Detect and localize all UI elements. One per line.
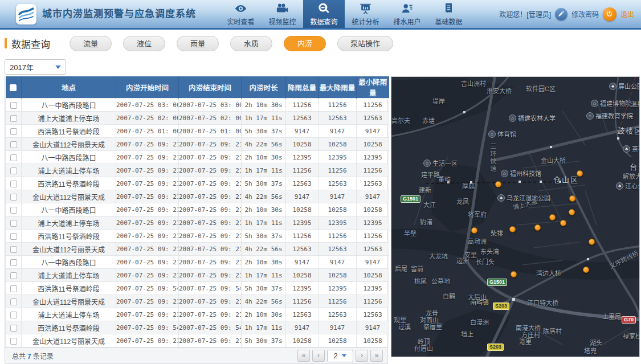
edit-password-icon[interactable] (555, 8, 567, 21)
cell-value: 10258 (357, 203, 389, 216)
next-page-button[interactable]: › (356, 350, 368, 362)
chevron-down-icon (55, 66, 61, 69)
row-checkbox[interactable] (10, 259, 17, 266)
cell-value: 12395 (357, 151, 389, 164)
logout-link[interactable]: 退出 (620, 9, 634, 19)
first-page-button[interactable]: « (297, 350, 310, 362)
map-label: 后尾 (395, 264, 407, 273)
waterlogging-marker[interactable] (577, 170, 583, 177)
cell-value: 9147 (319, 190, 357, 203)
logout-icon[interactable] (603, 7, 616, 21)
cell-value: 11256 (357, 295, 389, 308)
waterlogging-marker[interactable] (569, 195, 575, 202)
row-checkbox[interactable] (10, 285, 17, 292)
map-panel[interactable]: 吉山洲村淮安大桥软件园C区♣屏山公园堤岸⌂福建博物院温泉高尔夫赤塘⌂福建农林大学… (391, 76, 640, 357)
app-header: 城市内涝监测预警与应急调度系统 实时查看视频监控数据查询统计分析排水用户基础数据… (0, 0, 641, 30)
table-row[interactable]: 金山大道112号丽景天成2007-07-25 09: 212007-07-25 … (6, 334, 389, 347)
map-label: 大龙坑 (429, 251, 448, 260)
row-checkbox[interactable] (10, 325, 17, 332)
row-checkbox[interactable] (10, 220, 17, 227)
table-row[interactable]: 金山大道112号丽景天成2007-07-25 09: 212007-07-25 … (6, 138, 389, 151)
nav-item-realtime-view[interactable]: 实时查看 (220, 0, 262, 28)
tab-flow[interactable]: 流量 (70, 36, 112, 51)
tab-level[interactable]: 液位 (123, 36, 165, 51)
nav-item-video-monitor[interactable]: 视频监控 (262, 0, 303, 28)
tab-pump[interactable]: 泵站操作 (337, 36, 393, 51)
nav-item-data-query[interactable]: 数据查询 (303, 0, 345, 28)
map-poi-label: ⌂福建教育学院 (586, 111, 633, 120)
map-label: 白鹤 (443, 291, 455, 300)
row-checkbox[interactable] (10, 154, 17, 161)
waterlogging-marker[interactable] (511, 271, 517, 277)
table-row[interactable]: 八一中路西段路口2007-07-25 03: 002007-07-25 03: … (6, 99, 389, 112)
table-row[interactable]: 金山大道112号丽景天成2007-07-25 09: 212007-07-25 … (6, 190, 389, 203)
row-checkbox[interactable] (10, 181, 17, 187)
tab-quality[interactable]: 水质 (230, 36, 272, 51)
row-checkbox[interactable] (10, 298, 17, 305)
row-checkbox[interactable] (10, 128, 17, 135)
cell-value: 11256 (286, 164, 319, 177)
row-checkbox[interactable] (10, 102, 17, 109)
waterlogging-marker[interactable] (509, 226, 516, 232)
waterlogging-marker[interactable] (534, 224, 541, 231)
nav-item-base-data[interactable]: 基础数据 (428, 0, 469, 28)
last-page-button[interactable]: » (370, 350, 383, 362)
row-checkbox[interactable] (10, 312, 17, 318)
nav-item-label: 数据查询 (310, 17, 337, 26)
year-select[interactable]: 2017年 (5, 59, 66, 75)
cell-value: 9147 (357, 321, 389, 334)
row-checkbox[interactable] (10, 207, 17, 214)
tab-rain[interactable]: 雨量 (177, 36, 219, 51)
row-checkbox[interactable] (10, 141, 17, 148)
table-row[interactable]: 浦上大道浦上停车场2007-07-25 09: 212007-07-25 09:… (6, 308, 389, 321)
cell-value: 12563 (357, 112, 389, 125)
table-row[interactable]: 浦上大道浦上停车场2007-07-25 09: 212007-07-25 09:… (6, 216, 389, 230)
row-checkbox[interactable] (10, 167, 17, 174)
select-all-checkbox[interactable] (10, 84, 17, 91)
waterlogging-marker[interactable] (589, 239, 595, 245)
table-row[interactable]: 西洪路11号祭酒岭段2007-07-25 09: 542007-07-25 09… (6, 282, 389, 295)
table-row[interactable]: 金山大道112号丽景天成2007-07-25 09: 212007-07-25 … (6, 243, 389, 256)
table-row[interactable]: 八一中路西段路口2007-07-25 09: 212007-07-25 09: … (6, 151, 389, 164)
cell-value: 1h 17m 11s (242, 164, 286, 177)
map-label: 东头湾 (480, 247, 499, 256)
table-row[interactable]: 金山大道112号丽景天成2007-07-25 09: 212007-07-25 … (6, 295, 389, 308)
table-row[interactable]: 西洪路11号祭酒岭段2007-07-25 09: 212007-07-25 09… (6, 230, 389, 243)
waterlogging-marker[interactable] (495, 181, 501, 187)
table-row[interactable]: 浦上大道浦上停车场2007-07-25 09: 212007-07-25 09:… (6, 269, 389, 282)
tab-waterlogging[interactable]: 内涝 (284, 36, 326, 51)
cell-value: 2007-07-25 03: 00 (179, 99, 242, 112)
table-row[interactable]: 浦上大道浦上停车场2007-07-25 02: 002007-07-25 02:… (6, 112, 389, 125)
row-checkbox[interactable] (10, 115, 17, 122)
table-row[interactable]: 浦上大道浦上停车场2007-07-25 09: 212007-07-25 09:… (6, 164, 389, 177)
cell-value: 2007-07-25 09: 21 (179, 138, 242, 151)
table-row[interactable]: 西洪路11号祭酒岭段2007-07-25 01: 002007-07-25 01… (6, 125, 389, 138)
cell-value: 2007-07-25 09: 21 (179, 256, 242, 269)
table-row[interactable]: 八一中路西段路口2007-07-25 09: 212007-07-25 09: … (6, 203, 389, 216)
row-checkbox[interactable] (10, 272, 17, 279)
waterlogging-marker[interactable] (549, 214, 556, 220)
table-row[interactable]: 八一中路西段路口2007-07-25 09: 212007-07-25 09: … (6, 256, 389, 269)
map-label: 江口特大桥 (527, 298, 558, 307)
table-row[interactable]: 西洪路11号祭酒岭段2007-07-25 09: 542007-07-25 09… (6, 321, 389, 334)
nav-item-drain-users[interactable]: 排水用户 (386, 0, 428, 28)
poi-icon: ⌂ (509, 114, 516, 122)
waterlogging-marker[interactable] (471, 227, 477, 234)
waterlogging-marker[interactable] (560, 220, 566, 226)
row-checkbox[interactable] (10, 246, 17, 253)
waterlogging-marker[interactable] (569, 209, 575, 215)
nav-item-stats-analysis[interactable]: 统计分析 (345, 0, 386, 28)
table-row[interactable]: 西洪路11号祭酒岭段2007-07-25 09: 212007-07-25 09… (6, 177, 389, 190)
row-checkbox[interactable] (10, 233, 17, 240)
page-select[interactable]: 2 (327, 350, 353, 362)
change-password-link[interactable]: 修改密码 (571, 9, 599, 19)
row-checkbox[interactable] (10, 338, 17, 345)
row-checkbox[interactable] (10, 194, 17, 201)
map-label: 温泉 (631, 99, 640, 108)
prev-page-button[interactable]: ‹ (312, 350, 325, 362)
cell-value: 11256 (319, 99, 357, 112)
waterlogging-marker[interactable] (583, 267, 589, 273)
cell-value: 12395 (357, 216, 389, 230)
cell-value: 2007-07-25 09: 21 (179, 334, 242, 347)
map-label: 高尔夫 (391, 116, 410, 125)
